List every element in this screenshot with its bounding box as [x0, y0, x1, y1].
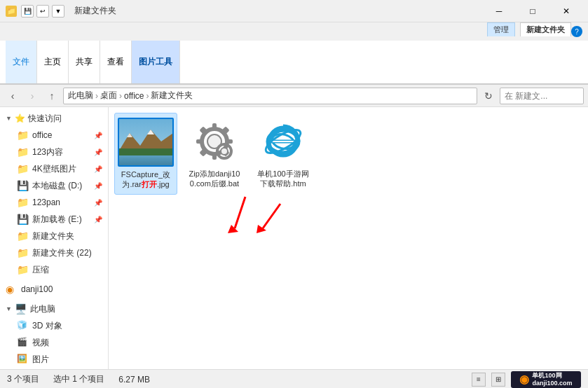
title-bar-folder-icon: 📁	[6, 6, 17, 17]
breadcrumb-desktop[interactable]: 桌面	[100, 90, 117, 102]
search-input[interactable]	[505, 91, 588, 101]
sidebar-item-label: 本地磁盘 (D:)	[32, 180, 82, 192]
search-box[interactable]: 🔍	[500, 88, 584, 104]
ribbon-body: 文件 主页 共享 查看 图片工具	[0, 41, 588, 84]
quick-dropdown[interactable]: ▼	[52, 5, 64, 18]
breadcrumb[interactable]: 此电脑 › 桌面 › office › 新建文件夹	[63, 88, 477, 104]
svg-rect-4	[119, 148, 174, 155]
quick-save-btn[interactable]: 💾	[21, 5, 34, 18]
sidebar-item-label: 新建文件夹 (22)	[32, 247, 92, 259]
view-tile-btn[interactable]: ⊞	[491, 373, 505, 387]
up-button[interactable]: ↑	[43, 88, 60, 104]
item-count: 3 个项目	[7, 373, 39, 385]
svg-line-28	[235, 197, 245, 228]
breadcrumb-sep2: ›	[119, 91, 122, 101]
file-thumbnail-htm	[259, 117, 308, 166]
sidebar-item-office[interactable]: 📁 office 📌	[0, 127, 108, 144]
sidebar-item-label: 此电脑	[30, 303, 55, 315]
view-list-btn[interactable]: ≡	[472, 373, 486, 387]
quick-btn2[interactable]: ↩	[36, 5, 49, 18]
file-thumbnail-image	[118, 118, 174, 167]
sidebar-item-4k[interactable]: 📁 4K壁纸图片 📌	[0, 160, 108, 177]
pin-icon: 📌	[94, 199, 102, 207]
ribbon: 管理 新建文件夹 ? 文件 主页 共享 查看 图片工具	[0, 22, 588, 85]
pin-icon: 📌	[94, 165, 102, 173]
close-button[interactable]: ✕	[550, 0, 582, 22]
quick-access-icon: ⭐	[15, 113, 25, 123]
logo-icon: ◉	[519, 373, 529, 386]
sidebar-item-docs[interactable]: 📄 文档	[0, 368, 108, 369]
tab-view[interactable]: 查看	[100, 41, 132, 83]
pictures-icon: 🖼️	[17, 354, 28, 365]
file-item-zip-bat[interactable]: Zip添加danji100.com后缀.bat	[183, 113, 246, 195]
sidebar-item-newfolder[interactable]: 📁 新建文件夹	[0, 228, 108, 244]
logo-text: 单机100网danji100.com	[532, 372, 572, 387]
refresh-button[interactable]: ↻	[480, 88, 497, 104]
arrows-annotation	[224, 190, 308, 248]
forward-button[interactable]: ›	[24, 88, 41, 104]
sidebar-item-locald[interactable]: 💾 本地磁盘 (D:) 📌	[0, 177, 108, 194]
sidebar-item-123content[interactable]: 📁 123内容 📌	[0, 144, 108, 160]
window-controls: ─ □ ✕	[483, 0, 582, 22]
breadcrumb-office[interactable]: office	[124, 91, 144, 101]
sidebar-item-label: 新加载卷 (E:)	[32, 214, 82, 226]
main-content: ▼ ⭐ 快速访问 📁 office 📌 📁 123内容 📌 📁 4K壁纸图片 📌…	[0, 107, 588, 369]
sidebar-item-3d[interactable]: 🧊 3D 对象	[0, 317, 108, 334]
minimize-button[interactable]: ─	[483, 0, 515, 22]
breadcrumb-current[interactable]: 新建文件夹	[151, 90, 193, 102]
tab-home[interactable]: 主页	[37, 41, 69, 83]
sidebar-item-label: 图片	[32, 354, 49, 366]
file-label-zip-bat: Zip添加danji100.com后缀.bat	[187, 169, 242, 189]
file-label-fsCapture: FSCapture_改为.rar打开.jpg	[119, 169, 172, 190]
sidebar-item-pictures[interactable]: 🖼️ 图片	[0, 351, 108, 368]
file-grid: FSCapture_改为.rar打开.jpg	[114, 113, 582, 195]
tab-file[interactable]: 文件	[6, 41, 37, 83]
maximize-button[interactable]: □	[517, 0, 549, 22]
file-area[interactable]: FSCapture_改为.rar打开.jpg	[109, 107, 588, 369]
3d-icon: 🧊	[17, 320, 28, 331]
sidebar: ▼ ⭐ 快速访问 📁 office 📌 📁 123内容 📌 📁 4K壁纸图片 📌…	[0, 107, 109, 369]
tab-share[interactable]: 共享	[69, 41, 100, 83]
quick-access-arrow: ▼	[6, 115, 12, 122]
address-bar: ‹ › ↑ 此电脑 › 桌面 › office › 新建文件夹 ↻ 🔍	[0, 85, 588, 107]
folder-icon: 💾	[17, 180, 28, 191]
sidebar-item-locale[interactable]: 💾 新加载卷 (E:) 📌	[0, 211, 108, 228]
sidebar-item-label: 123pan	[32, 198, 60, 207]
folder-icon: 💾	[17, 214, 28, 225]
sidebar-item-thispc[interactable]: ▼ 🖥️ 此电脑	[0, 300, 108, 317]
status-bar: 3 个项目 选中 1 个项目 6.27 MB ≡ ⊞ ◉ 单机100网danji…	[0, 369, 588, 388]
folder-icon: 📁	[17, 163, 28, 174]
sidebar-item-video[interactable]: 🎬 视频	[0, 334, 108, 351]
video-icon: 🎬	[17, 337, 28, 348]
svg-marker-29	[228, 225, 238, 233]
quick-access-label: 快速访问	[28, 113, 62, 125]
sidebar-item-danji100[interactable]: ◉ danji100	[0, 281, 108, 298]
sidebar-item-newfolder22[interactable]: 📁 新建文件夹 (22)	[0, 244, 108, 261]
file-item-fsCapture[interactable]: FSCapture_改为.rar打开.jpg	[114, 113, 177, 195]
sidebar-item-zip[interactable]: 📁 压缩	[0, 261, 108, 278]
tab-new-folder[interactable]: 新建文件夹	[520, 22, 571, 36]
title-text: 新建文件夹	[74, 5, 116, 17]
breadcrumb-sep1: ›	[95, 91, 98, 101]
svg-marker-31	[257, 225, 266, 233]
help-button[interactable]: ?	[571, 26, 582, 37]
back-button[interactable]: ‹	[4, 88, 21, 104]
breadcrumb-sep3: ›	[146, 91, 149, 101]
pin-icon: 📌	[94, 132, 102, 139]
pin-icon: 📌	[94, 216, 102, 223]
tab-picture-tools[interactable]: 图片工具	[132, 41, 180, 83]
sidebar-section-quick-access[interactable]: ▼ ⭐ 快速访问	[0, 110, 108, 127]
svg-rect-11	[212, 123, 217, 130]
mountain-svg	[119, 119, 174, 167]
tab-manage[interactable]: 管理	[487, 22, 515, 36]
sidebar-item-123pan[interactable]: 📁 123pan 📌	[0, 194, 108, 211]
file-item-htm[interactable]: 单机100手游网下载帮助.htm	[252, 113, 315, 195]
folder-icon: 📁	[17, 264, 28, 275]
folder-icon: 📁	[17, 146, 28, 158]
thispc-arrow: ▼	[6, 305, 12, 312]
file-size: 6.27 MB	[118, 375, 150, 384]
folder-icon: 📁	[17, 230, 28, 242]
breadcrumb-pc[interactable]: 此电脑	[68, 90, 93, 102]
ie-icon-svg	[262, 120, 304, 162]
folder-icon: 📁	[17, 247, 28, 258]
